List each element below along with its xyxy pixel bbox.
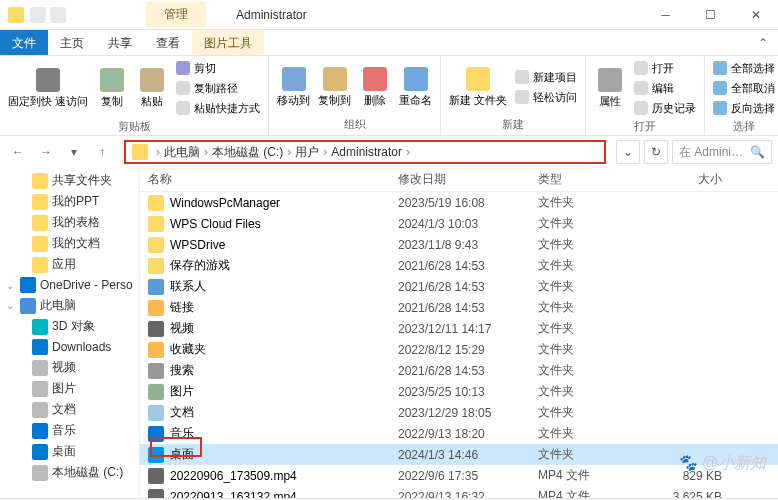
file-row[interactable]: 搜索2021/6/28 14:53文件夹: [140, 360, 778, 381]
tree-node[interactable]: 3D 对象: [0, 316, 139, 337]
file-row[interactable]: 文档2023/12/29 18:05文件夹: [140, 402, 778, 423]
file-row[interactable]: WindowsPcManager2023/5/19 16:08文件夹: [140, 192, 778, 213]
tree-node[interactable]: 本地磁盘 (C:): [0, 462, 139, 483]
titlebar: 管理 Administrator ─ ☐ ✕: [0, 0, 778, 30]
nav-tree[interactable]: 共享文件夹我的PPT我的表格我的文档应用⌄OneDrive - Perso⌄此电…: [0, 168, 140, 498]
file-row[interactable]: 视频2023/12/11 14:17文件夹: [140, 318, 778, 339]
copy-to-button[interactable]: 复制到: [314, 58, 355, 116]
group-open: 打开: [590, 118, 700, 135]
folder-icon: [8, 7, 24, 23]
manage-tab[interactable]: 管理: [146, 2, 206, 27]
copy-path-button[interactable]: 复制路径: [172, 78, 264, 98]
invert-selection-button[interactable]: 反向选择: [709, 98, 778, 118]
file-row[interactable]: 联系人2021/6/28 14:53文件夹: [140, 276, 778, 297]
ribbon-collapse-icon[interactable]: ⌃: [748, 30, 778, 55]
ribbon-tabs: 文件 主页 共享 查看 图片工具 ⌃: [0, 30, 778, 56]
file-row[interactable]: 收藏夹2022/8/12 15:29文件夹: [140, 339, 778, 360]
select-all-button[interactable]: 全部选择: [709, 58, 778, 78]
file-row[interactable]: 保存的游戏2021/6/28 14:53文件夹: [140, 255, 778, 276]
tab-view[interactable]: 查看: [144, 30, 192, 55]
open-button[interactable]: 打开: [630, 58, 700, 78]
maximize-button[interactable]: ☐: [688, 0, 733, 29]
move-to-button[interactable]: 移动到: [273, 58, 314, 116]
paste-shortcut-button[interactable]: 粘贴快捷方式: [172, 98, 264, 118]
tree-node[interactable]: ⌄此电脑: [0, 295, 139, 316]
search-icon: 🔍: [750, 145, 765, 159]
file-row[interactable]: 音乐2022/9/13 18:20文件夹: [140, 423, 778, 444]
ribbon: 固定到快 速访问 复制 粘贴 剪切 复制路径 粘贴快捷方式 剪贴板 移动到 复制…: [0, 56, 778, 136]
tree-node[interactable]: 文档: [0, 399, 139, 420]
tab-home[interactable]: 主页: [48, 30, 96, 55]
quick-access-toolbar[interactable]: [30, 7, 66, 23]
group-select: 选择: [709, 118, 778, 135]
back-button[interactable]: ←: [6, 140, 30, 164]
breadcrumb[interactable]: › 此电脑› 本地磁盘 (C:)› 用户› Administrator›: [124, 140, 606, 164]
close-button[interactable]: ✕: [733, 0, 778, 29]
tab-file[interactable]: 文件: [0, 30, 48, 55]
file-row[interactable]: 链接2021/6/28 14:53文件夹: [140, 297, 778, 318]
col-date[interactable]: 修改日期: [390, 171, 530, 188]
recent-button[interactable]: ▾: [62, 140, 86, 164]
window-title: Administrator: [236, 8, 307, 22]
tree-node[interactable]: 我的文档: [0, 233, 139, 254]
tree-node[interactable]: 桌面: [0, 441, 139, 462]
search-input[interactable]: 在 Admini…🔍: [672, 140, 772, 164]
up-button[interactable]: ↑: [90, 140, 114, 164]
file-row[interactable]: 图片2023/5/25 10:13文件夹: [140, 381, 778, 402]
forward-button[interactable]: →: [34, 140, 58, 164]
refresh-button[interactable]: ↻: [644, 140, 668, 164]
tree-node[interactable]: 我的PPT: [0, 191, 139, 212]
properties-button[interactable]: 属性: [590, 58, 630, 118]
col-name[interactable]: 名称: [140, 171, 390, 188]
tree-node[interactable]: Downloads: [0, 337, 139, 357]
cut-button[interactable]: 剪切: [172, 58, 264, 78]
pin-button[interactable]: 固定到快 速访问: [4, 58, 92, 118]
delete-button[interactable]: 删除: [355, 58, 395, 116]
watermark: 🐾 @小新知: [677, 453, 766, 474]
tab-share[interactable]: 共享: [96, 30, 144, 55]
history-button[interactable]: 历史记录: [630, 98, 700, 118]
group-clipboard: 剪贴板: [4, 118, 264, 135]
group-organize: 组织: [273, 116, 436, 133]
group-new: 新建: [445, 116, 581, 133]
address-bar: ← → ▾ ↑ › 此电脑› 本地磁盘 (C:)› 用户› Administra…: [0, 136, 778, 168]
new-item-button[interactable]: 新建项目: [511, 67, 581, 87]
tree-node[interactable]: 音乐: [0, 420, 139, 441]
easy-access-button[interactable]: 轻松访问: [511, 87, 581, 107]
tree-node[interactable]: ⌄OneDrive - Perso: [0, 275, 139, 295]
copy-button[interactable]: 复制: [92, 58, 132, 118]
new-folder-button[interactable]: 新建 文件夹: [445, 58, 511, 116]
edit-button[interactable]: 编辑: [630, 78, 700, 98]
file-list: 名称 修改日期 类型 大小 WindowsPcManager2023/5/19 …: [140, 168, 778, 498]
list-header[interactable]: 名称 修改日期 类型 大小: [140, 168, 778, 192]
tab-picture-tools[interactable]: 图片工具: [192, 30, 264, 55]
paste-button[interactable]: 粘贴: [132, 58, 172, 118]
rename-button[interactable]: 重命名: [395, 58, 436, 116]
tree-node[interactable]: 视频: [0, 357, 139, 378]
tree-node[interactable]: 应用: [0, 254, 139, 275]
file-row[interactable]: WPSDrive2023/11/8 9:43文件夹: [140, 234, 778, 255]
minimize-button[interactable]: ─: [643, 0, 688, 29]
tree-node[interactable]: 我的表格: [0, 212, 139, 233]
col-type[interactable]: 类型: [530, 171, 630, 188]
select-none-button[interactable]: 全部取消: [709, 78, 778, 98]
folder-icon: [132, 144, 148, 160]
tree-node[interactable]: 共享文件夹: [0, 170, 139, 191]
file-row[interactable]: 20220913_163132.mp42022/9/13 16:32MP4 文件…: [140, 486, 778, 498]
file-row[interactable]: WPS Cloud Files2024/1/3 10:03文件夹: [140, 213, 778, 234]
tree-node[interactable]: 图片: [0, 378, 139, 399]
col-size[interactable]: 大小: [630, 171, 730, 188]
history-dropdown[interactable]: ⌄: [616, 140, 640, 164]
